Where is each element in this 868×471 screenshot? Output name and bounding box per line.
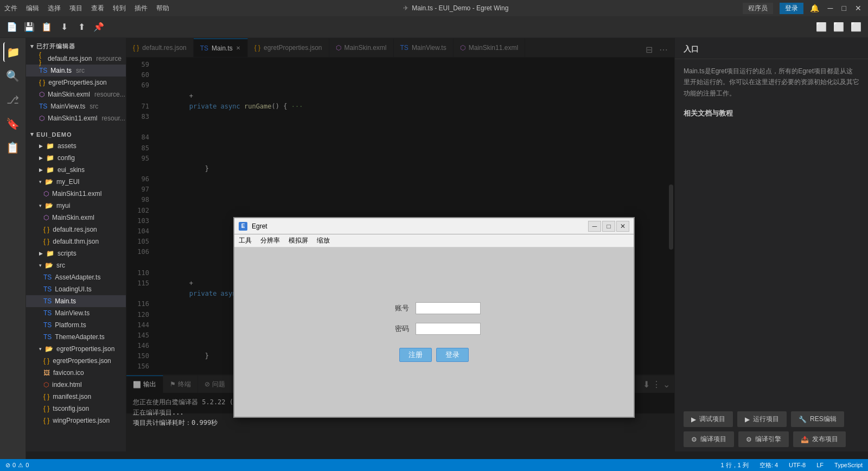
modal-menu-tools[interactable]: 工具: [239, 236, 252, 245]
menu-project[interactable]: 项目: [69, 4, 82, 13]
status-position[interactable]: 1 行，1 列: [715, 459, 754, 471]
close-button[interactable]: ✕: [853, 4, 864, 12]
folder-template[interactable]: ▾ 📂 egretProperties.json: [26, 343, 126, 355]
sidebar: ▾ 已打开编辑器 { } default.res.json resource T…: [26, 38, 126, 451]
file-mainskin-exml[interactable]: ⬡ MainSkin.exml: [26, 212, 126, 224]
toolbar-layout2[interactable]: ⬜: [831, 20, 846, 35]
ts-icon4: TS: [43, 285, 52, 293]
chevron-down-icon: ▾: [30, 43, 34, 50]
activity-search[interactable]: 🔍: [3, 66, 23, 86]
chevron-right4: ▶: [39, 167, 43, 173]
activity-bookmark[interactable]: 🔖: [3, 114, 23, 133]
modal-menu-zoom[interactable]: 缩放: [317, 236, 330, 245]
open-editors-section: ▾ 已打开编辑器 { } default.res.json resource T…: [26, 38, 126, 126]
status-encoding[interactable]: UTF-8: [783, 459, 811, 471]
modal-maximize-button[interactable]: □: [602, 221, 615, 232]
toolbar-download[interactable]: ⬇: [56, 20, 72, 35]
open-file-main-ts[interactable]: TS Main.ts src: [26, 65, 126, 77]
activity-settings[interactable]: 📋: [3, 138, 23, 157]
status-language[interactable]: TypeScript: [829, 459, 868, 471]
folder-src[interactable]: ▾ 📂 src: [26, 259, 126, 271]
warning-icon: ⚠: [18, 462, 23, 469]
file-tsconfig-json[interactable]: { } tsconfig.json: [26, 403, 126, 415]
toolbar-upload[interactable]: ⬆: [74, 20, 89, 35]
open-file-mainview[interactable]: TS MainView.ts src: [26, 100, 126, 112]
debug-project-button[interactable]: ▶ 调试项目: [684, 411, 733, 427]
modal-winbtns: ─ □ ✕: [588, 221, 629, 232]
username-row: 账号: [387, 302, 481, 314]
compile-engine-button[interactable]: ⚙ 编译引擎: [738, 431, 789, 447]
file-default-thm-json[interactable]: { } default.thm.json: [26, 236, 126, 247]
modal-window: E Egret ─ □ ✕ 工具 分辨率 模拟屏 缩放 账号 密码 注册 登录: [233, 217, 635, 418]
chevron-right2: ▶: [39, 143, 43, 149]
menu-help[interactable]: 帮助: [156, 4, 169, 13]
file-default-res-json[interactable]: { } default.res.json: [26, 224, 126, 236]
menu-view[interactable]: 查看: [91, 4, 104, 13]
user-dropdown[interactable]: 程序员: [743, 3, 773, 14]
toolbar-pin[interactable]: 📌: [91, 20, 106, 35]
folder-assets[interactable]: ▶ 📁 assets: [26, 140, 126, 152]
folder-icon-myui: 📂: [45, 202, 53, 209]
notification-icon[interactable]: 🔔: [810, 4, 819, 12]
file-favicon[interactable]: 🖼 favicon.ico: [26, 367, 126, 379]
file-themeadapter-ts[interactable]: TS ThemeAdapter.ts: [26, 331, 126, 343]
compile-project-button[interactable]: ⚙ 编译项目: [684, 431, 734, 447]
toolbar-new[interactable]: 📄: [4, 20, 20, 35]
folder-eui-skins[interactable]: ▶ 📁 eui_skins: [26, 164, 126, 176]
file-manifest-json[interactable]: { } manifest.json: [26, 391, 126, 403]
status-spaces[interactable]: 空格: 4: [754, 459, 783, 471]
menu-select[interactable]: 选择: [48, 4, 61, 13]
file-platform-ts[interactable]: TS Platform.ts: [26, 319, 126, 331]
menu-plugins[interactable]: 插件: [135, 4, 148, 13]
register-button[interactable]: 注册: [399, 348, 432, 362]
modal-menu-simulator[interactable]: 模拟屏: [289, 236, 308, 245]
file-assetadapter[interactable]: TS AssetAdapter.ts: [26, 271, 126, 283]
folder-icon-eui: 📁: [46, 166, 54, 174]
file-wing-props-json[interactable]: { } wingProperties.json: [26, 415, 126, 427]
folder-config[interactable]: ▶ 📁 config: [26, 152, 126, 164]
open-file-egret-props[interactable]: { } egretProperties.json: [26, 77, 126, 88]
activity-bar: 📁 🔍 ⎇ 🔖 📋: [0, 38, 26, 471]
file-mainskin11[interactable]: ⬡ MainSkin11.exml: [26, 188, 126, 200]
toolbar-layout3[interactable]: ⬜: [848, 20, 864, 35]
ts-icon8: TS: [43, 333, 52, 341]
file-main-ts[interactable]: TS Main.ts: [26, 295, 126, 307]
status-bar: ⊘ 0 ⚠ 0 1 行，1 列 空格: 4 UTF-8 LF TypeScrip…: [0, 459, 868, 471]
res-edit-button[interactable]: 🔧 RES编辑: [791, 411, 844, 427]
folder-myui[interactable]: ▾ 📂 myui: [26, 200, 126, 212]
file-egret-props-json[interactable]: { } egretProperties.json: [26, 355, 126, 367]
password-input[interactable]: [416, 323, 481, 335]
minimize-button[interactable]: ─: [826, 4, 835, 12]
menu-file[interactable]: 文件: [4, 4, 17, 13]
menu-bar: 文件 编辑 选择 项目 查看 转到 插件 帮助: [4, 4, 169, 13]
status-errors[interactable]: ⊘ 0 ⚠ 0: [0, 459, 34, 471]
modal-login-button[interactable]: 登录: [436, 348, 469, 362]
modal-app-icon: E: [239, 222, 247, 231]
activity-source[interactable]: ⎇: [3, 90, 23, 110]
modal-minimize-button[interactable]: ─: [588, 221, 601, 232]
folder-scripts[interactable]: ▶ 📁 scripts: [26, 247, 126, 259]
activity-explorer[interactable]: 📁: [3, 42, 23, 62]
open-file-mainskin11[interactable]: ⬡ MainSkin11.exml resour...: [26, 112, 126, 124]
file-mainview-ts[interactable]: TS MainView.ts: [26, 307, 126, 319]
open-file-default-res[interactable]: { } default.res.json resource: [26, 53, 126, 65]
password-row: 密码: [387, 323, 481, 335]
publish-project-button[interactable]: 📤 发布项目: [793, 431, 846, 447]
folder-my-eui[interactable]: ▾ 📂 my_EUI: [26, 176, 126, 188]
status-line-ending[interactable]: LF: [811, 459, 829, 471]
toolbar-save[interactable]: 💾: [22, 20, 37, 35]
open-file-mainskin[interactable]: ⬡ MainSkin.exml resource...: [26, 88, 126, 100]
menu-edit[interactable]: 编辑: [26, 4, 39, 13]
maximize-button[interactable]: □: [840, 4, 848, 12]
modal-menu-resolution[interactable]: 分辨率: [260, 236, 280, 245]
toolbar-copy[interactable]: 📋: [39, 20, 54, 35]
modal-close-button[interactable]: ✕: [616, 221, 629, 232]
run-project-button[interactable]: ▶ 运行项目: [737, 411, 787, 427]
username-input[interactable]: [416, 302, 481, 314]
file-loadingui[interactable]: TS LoadingUI.ts: [26, 283, 126, 295]
toolbar-layout1[interactable]: ⬜: [814, 20, 829, 35]
login-button[interactable]: 登录: [780, 3, 803, 14]
project-header[interactable]: ▾ EUI_DEMO: [26, 129, 126, 140]
file-index-html[interactable]: ⬡ index.html: [26, 379, 126, 391]
menu-goto[interactable]: 转到: [113, 4, 126, 13]
